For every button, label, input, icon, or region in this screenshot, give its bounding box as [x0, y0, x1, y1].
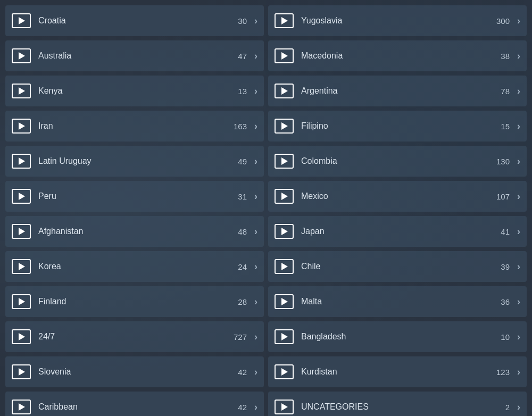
play-triangle: [19, 87, 25, 95]
channel-item-peru[interactable]: Peru31›: [5, 181, 264, 212]
channel-item-latin-uruguay[interactable]: Latin Uruguay49›: [5, 146, 264, 177]
channel-count: 107: [496, 192, 510, 201]
play-icon: [12, 119, 31, 134]
channel-item-24/7[interactable]: 24/7727›: [5, 321, 264, 352]
play-icon: [12, 84, 31, 98]
channel-count: 49: [238, 157, 247, 166]
channel-count: 48: [238, 227, 247, 236]
channel-name: Macedonia: [301, 51, 501, 61]
channel-name: Australia: [38, 51, 238, 61]
play-triangle: [281, 17, 288, 24]
channel-count: 47: [238, 52, 247, 61]
play-icon: [275, 84, 294, 98]
channel-item-argentina[interactable]: Argentina78›: [268, 76, 527, 106]
play-icon: [12, 294, 31, 309]
channel-item-korea[interactable]: Korea24›: [5, 251, 264, 282]
channel-item-filipino[interactable]: Filipino15›: [268, 111, 527, 142]
channel-count: 15: [501, 122, 510, 131]
channel-count: 42: [238, 403, 247, 412]
play-triangle: [281, 298, 288, 305]
play-triangle: [281, 263, 288, 270]
channel-count: 38: [501, 52, 510, 61]
channel-name: Caribbean: [38, 402, 238, 412]
play-icon: [275, 48, 294, 63]
chevron-right-icon: ›: [517, 121, 520, 132]
play-triangle: [281, 228, 288, 235]
play-icon: [275, 400, 294, 414]
channel-name: Latin Uruguay: [38, 156, 238, 166]
channel-item-uncategories[interactable]: UNCATEGORIES2›: [268, 392, 527, 416]
channel-item-australia[interactable]: Australia47›: [5, 40, 264, 71]
channel-name: Afghanistan: [38, 227, 238, 236]
channel-name: 24/7: [38, 332, 234, 342]
play-triangle: [19, 333, 25, 340]
play-icon: [275, 119, 294, 134]
channel-item-finland[interactable]: Finland28›: [5, 286, 264, 317]
chevron-right-icon: ›: [517, 51, 520, 62]
chevron-right-icon: ›: [254, 15, 257, 27]
play-icon: [275, 224, 294, 239]
channel-item-bangladesh[interactable]: Bangladesh10›: [268, 321, 527, 352]
play-triangle: [281, 193, 288, 200]
play-triangle: [19, 403, 25, 411]
play-triangle: [19, 298, 25, 305]
play-triangle: [281, 368, 288, 376]
channel-count: 30: [238, 16, 247, 26]
play-icon: [12, 154, 31, 169]
play-triangle: [19, 368, 25, 376]
channel-item-kenya[interactable]: Kenya13›: [5, 76, 264, 106]
chevron-right-icon: ›: [517, 331, 520, 343]
channel-item-japan[interactable]: Japan41›: [268, 216, 527, 247]
channel-item-croatia[interactable]: Croatia30›: [5, 5, 264, 36]
chevron-right-icon: ›: [517, 191, 520, 202]
play-triangle: [281, 122, 288, 130]
play-icon: [275, 259, 294, 274]
chevron-right-icon: ›: [517, 261, 520, 272]
channel-count: 28: [238, 297, 247, 306]
channel-count: 13: [238, 87, 247, 96]
channel-name: Iran: [38, 121, 234, 131]
play-triangle: [19, 193, 25, 200]
channel-name: Bangladesh: [301, 332, 501, 342]
channel-item-afghanistan[interactable]: Afghanistan48›: [5, 216, 264, 247]
play-triangle: [281, 403, 288, 411]
play-icon: [12, 189, 31, 204]
channel-count: 41: [501, 227, 510, 236]
chevron-right-icon: ›: [254, 226, 257, 237]
channel-item-malta[interactable]: Malta36›: [268, 286, 527, 317]
chevron-right-icon: ›: [517, 15, 520, 27]
chevron-right-icon: ›: [254, 86, 257, 97]
channel-name: Yugoslavia: [301, 16, 496, 26]
channel-item-iran[interactable]: Iran163›: [5, 111, 264, 142]
channel-name: UNCATEGORIES: [301, 402, 505, 412]
channel-item-kurdistan[interactable]: Kurdistan123›: [268, 356, 527, 387]
channel-count: 123: [496, 368, 510, 377]
channel-name: Argentina: [301, 86, 501, 96]
chevron-right-icon: ›: [517, 226, 520, 237]
channel-count: 163: [234, 122, 247, 131]
channel-count: 42: [238, 368, 247, 377]
channel-item-mexico[interactable]: Mexico107›: [268, 181, 527, 212]
chevron-right-icon: ›: [254, 367, 257, 378]
chevron-right-icon: ›: [517, 156, 520, 167]
chevron-right-icon: ›: [254, 296, 257, 307]
play-icon: [275, 13, 294, 28]
channel-item-slovenia[interactable]: Slovenia42›: [5, 356, 264, 387]
channel-item-chile[interactable]: Chile39›: [268, 251, 527, 282]
chevron-right-icon: ›: [517, 402, 520, 413]
chevron-right-icon: ›: [517, 367, 520, 378]
channel-count: 31: [238, 192, 247, 201]
chevron-right-icon: ›: [254, 402, 257, 413]
channel-name: Korea: [38, 262, 238, 271]
channel-item-colombia[interactable]: Colombia130›: [268, 146, 527, 177]
play-triangle: [19, 52, 25, 60]
play-icon: [275, 329, 294, 344]
channel-name: Croatia: [38, 16, 238, 26]
play-triangle: [281, 52, 288, 60]
play-icon: [12, 224, 31, 239]
channel-name: Kenya: [38, 86, 238, 96]
channel-item-yugoslavia[interactable]: Yugoslavia300›: [268, 5, 527, 36]
channel-item-caribbean[interactable]: Caribbean42›: [5, 392, 264, 416]
play-icon: [275, 189, 294, 204]
channel-item-macedonia[interactable]: Macedonia38›: [268, 40, 527, 71]
